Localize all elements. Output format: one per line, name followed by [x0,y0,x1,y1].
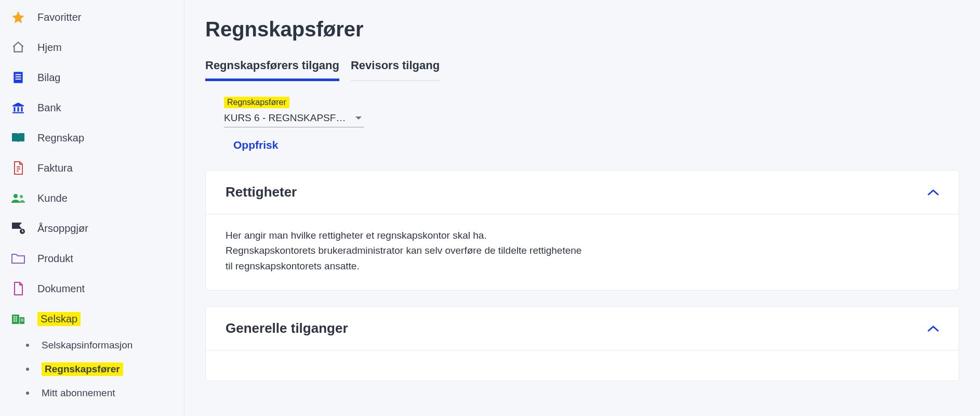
document-icon [10,281,26,296]
sidebar-item-label: Hjem [37,42,62,54]
svg-rect-6 [21,107,22,112]
bullet-icon [26,344,29,347]
sidebar-item-arsoppgjor[interactable]: Årsoppgjør [0,213,184,243]
svg-rect-23 [22,319,23,320]
sidebar-item-label: Bilag [37,72,60,84]
bank-icon [10,100,26,115]
panel-title: Rettigheter [226,184,297,200]
sidebar: Favoritter Hjem Bilag Bank Regnskap [0,0,184,416]
sidebar-item-favoritter[interactable]: Favoritter [0,2,184,32]
panel-header-generelle-tilganger[interactable]: Generelle tilganger [206,307,959,350]
select-value: KURS 6 - REGNSKAPSFØ… [224,112,349,124]
sidebar-item-bank[interactable]: Bank [0,93,184,123]
sidebar-item-hjem[interactable]: Hjem [0,32,184,62]
sidebar-sub-label: Mitt abonnement [42,387,115,399]
svg-rect-4 [14,107,15,112]
sidebar-item-regnskap[interactable]: Regnskap [0,123,184,153]
sidebar-item-selskap[interactable]: Selskap [0,304,184,334]
panel-header-rettigheter[interactable]: Rettigheter [206,171,959,214]
chevron-down-icon [355,112,362,124]
sidebar-item-label: Selskap [37,312,81,326]
tab-regnskapsforers-tilgang[interactable]: Regnskapsførers tilgang [205,59,339,81]
sidebar-item-label: Produkt [37,253,73,265]
controls-row: Regnskapsfører KURS 6 - REGNSKAPSFØ… [224,97,959,127]
sidebar-item-label: Dokument [37,283,85,295]
panel-rettigheter: Rettigheter Her angir man hvilke rettigh… [205,170,959,291]
app-root: Favoritter Hjem Bilag Bank Regnskap [0,0,980,416]
svg-point-11 [14,194,18,198]
panel-body-rettigheter: Her angir man hvilke rettigheter et regn… [206,214,959,290]
folder-icon [10,251,26,266]
regnskapsforer-select-wrap: Regnskapsfører KURS 6 - REGNSKAPSFØ… [224,97,364,127]
sidebar-item-bilag[interactable]: Bilag [0,62,184,93]
sidebar-sub-label: Regnskapsfører [42,362,123,376]
sidebar-sub-mitt-abonnement[interactable]: Mitt abonnement [0,382,184,405]
svg-rect-7 [12,112,24,113]
svg-rect-21 [16,320,17,322]
tabs: Regnskapsførers tilgang Revisors tilgang [205,59,959,81]
sidebar-sub-selskapsinformasjon[interactable]: Selskapsinformasjon [0,334,184,357]
regnskapsforer-select[interactable]: KURS 6 - REGNSKAPSFØ… [224,110,364,127]
bullet-icon [26,368,29,371]
sidebar-item-produkt[interactable]: Produkt [0,243,184,274]
tab-revisors-tilgang[interactable]: Revisors tilgang [351,59,440,81]
sidebar-sub-regnskapsforer[interactable]: Regnskapsfører [0,357,184,382]
panel-generelle-tilganger: Generelle tilganger [205,306,959,381]
sidebar-item-label: Faktura [37,162,73,174]
bullet-icon [26,392,29,395]
book-icon [10,130,26,146]
receipt-icon [10,70,26,85]
svg-rect-15 [20,317,24,324]
company-icon [10,311,26,327]
refresh-button[interactable]: Oppfrisk [233,139,278,151]
chevron-up-icon [928,189,939,196]
star-icon [10,9,26,25]
panel-body-line: Her angir man hvilke rettigheter et regn… [226,228,939,243]
invoice-icon [10,160,26,176]
sidebar-sub-label: Selskapsinformasjon [42,340,133,351]
chevron-up-icon [928,325,939,332]
sidebar-item-label: Bank [37,102,61,114]
panel-title: Generelle tilganger [226,320,348,336]
flag-icon [10,220,26,236]
panel-body-generelle-tilganger [206,350,959,381]
svg-rect-19 [16,318,17,320]
sidebar-item-faktura[interactable]: Faktura [0,153,184,183]
sidebar-item-label: Favoritter [37,11,81,23]
svg-rect-20 [14,320,15,322]
select-label: Regnskapsfører [224,97,289,108]
people-icon [10,190,26,206]
svg-rect-24 [21,320,22,321]
home-icon [10,40,26,55]
panel-body-line: Regnskapskontorets brukeradministrator k… [226,243,939,258]
panel-body-line: til regnskapskontorets ansatte. [226,258,939,274]
sidebar-item-label: Årsoppgjør [37,223,88,235]
main-content: Regnskapsfører Regnskapsførers tilgang R… [184,0,980,416]
svg-rect-5 [17,107,19,112]
svg-point-12 [20,195,23,198]
svg-rect-16 [14,316,15,318]
svg-rect-2 [16,76,21,77]
svg-rect-1 [16,74,21,75]
svg-rect-18 [14,318,15,320]
svg-rect-17 [16,316,17,318]
sidebar-item-kunde[interactable]: Kunde [0,183,184,213]
svg-rect-3 [16,79,21,80]
sidebar-item-dokument[interactable]: Dokument [0,274,184,304]
sidebar-item-label: Regnskap [37,132,84,144]
svg-rect-0 [14,72,22,83]
svg-rect-25 [22,320,23,321]
sidebar-item-label: Kunde [37,192,68,204]
svg-rect-22 [21,319,22,320]
page-title: Regnskapsfører [205,18,959,41]
